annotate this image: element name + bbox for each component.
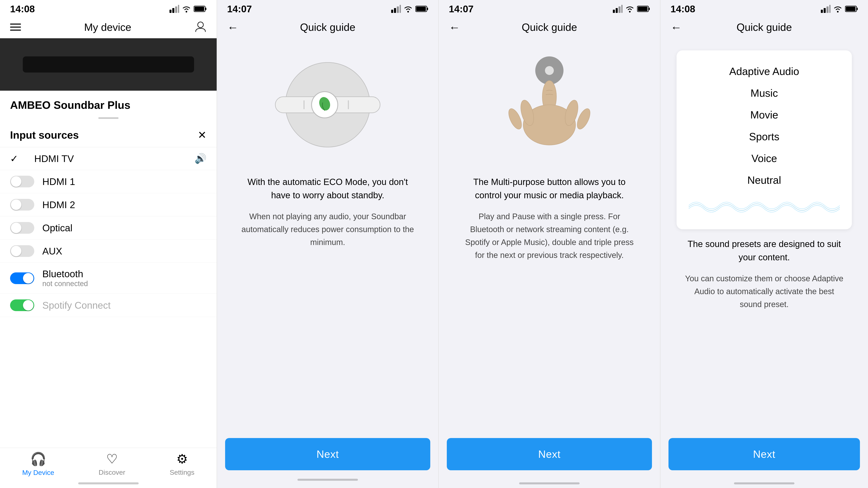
toggle-hdmi2[interactable]	[10, 199, 34, 210]
screen-my-device: 14:08	[0, 0, 217, 488]
wave-decoration	[689, 195, 840, 219]
svg-rect-9	[391, 10, 393, 13]
back-button-2[interactable]: ←	[227, 21, 239, 34]
hand-illustration-svg	[491, 51, 608, 159]
svg-point-33	[545, 66, 554, 75]
wave-svg	[689, 195, 840, 219]
svg-rect-10	[394, 8, 396, 13]
svg-rect-16	[416, 7, 426, 11]
svg-rect-19	[304, 100, 305, 109]
nav-item-discover[interactable]: ♡ Discover	[98, 452, 125, 476]
toggle-switch[interactable]	[10, 199, 34, 210]
status-time-3: 14:07	[449, 3, 474, 14]
next-button-2[interactable]: Next	[225, 438, 430, 470]
nav-item-mydevice[interactable]: 🎧 My Device	[22, 452, 54, 477]
source-item-hdmi-tv[interactable]: ✓ HDMI TV 🔊	[0, 147, 217, 170]
source-label: Bluetooth	[42, 268, 88, 280]
source-item-spotify[interactable]: Spotify Connect	[0, 294, 217, 317]
svg-point-4	[186, 11, 187, 12]
svg-rect-12	[400, 5, 401, 13]
source-label: AUX	[42, 246, 207, 257]
back-button-4[interactable]: ←	[671, 21, 682, 34]
app-header: My device	[0, 16, 217, 38]
headphones-icon: 🎧	[30, 452, 46, 467]
svg-rect-26	[619, 6, 621, 13]
svg-rect-25	[616, 8, 618, 13]
toggle-switch[interactable]	[10, 299, 34, 311]
home-indicator	[78, 482, 138, 484]
preset-item-music[interactable]: Music	[689, 82, 840, 104]
hamburger-menu[interactable]	[10, 24, 21, 31]
back-button-3[interactable]: ←	[449, 21, 460, 34]
source-item-optical[interactable]: Optical	[0, 217, 217, 239]
wifi-icon	[625, 5, 634, 13]
toggle-switch[interactable]	[10, 222, 34, 234]
preset-item-adaptive[interactable]: Adaptive Audio	[689, 60, 840, 82]
guide-content-eco: With the automatic ECO Mode, you don't h…	[217, 38, 438, 438]
toggle-thumb	[23, 273, 33, 284]
check-mark-icon: ✓	[10, 153, 26, 164]
soundbar-visual	[23, 57, 194, 72]
hand-illustration	[489, 51, 610, 163]
toggle-optical[interactable]	[10, 222, 34, 234]
toggle-spotify[interactable]	[10, 299, 34, 311]
guide-main-text-eco: With the automatic ECO Mode, you don't h…	[241, 175, 414, 202]
person-icon	[194, 21, 207, 33]
input-sources-title: Input sources	[10, 129, 79, 141]
profile-icon[interactable]	[194, 21, 207, 34]
svg-rect-3	[178, 5, 179, 13]
preset-item-movie[interactable]: Movie	[689, 104, 840, 126]
source-item-bluetooth[interactable]: Bluetooth not connected	[0, 263, 217, 294]
status-time-4: 14:08	[671, 3, 695, 14]
wifi-icon	[833, 5, 843, 13]
svg-rect-47	[846, 7, 856, 11]
next-button-3[interactable]: Next	[447, 438, 652, 470]
toggle-switch[interactable]	[10, 245, 34, 257]
svg-rect-42	[827, 6, 829, 13]
preset-item-neutral[interactable]: Neutral	[689, 169, 840, 191]
source-item-aux[interactable]: AUX	[0, 239, 217, 263]
status-bar-1: 14:08	[0, 0, 217, 16]
toggle-switch[interactable]	[10, 272, 34, 284]
guide-text-eco: With the automatic ECO Mode, you don't h…	[233, 175, 422, 430]
gear-icon: ⚙	[176, 452, 188, 466]
quick-guide-title-4: Quick guide	[737, 21, 792, 33]
source-item-hdmi2[interactable]: HDMI 2	[0, 193, 217, 217]
eco-illustration	[257, 51, 398, 163]
signal-icon	[169, 5, 179, 13]
source-label-group: Bluetooth not connected	[42, 268, 88, 288]
toggle-bluetooth[interactable]	[10, 272, 34, 284]
device-name: AMBEO Soundbar Plus	[10, 99, 207, 111]
presets-card: Adaptive Audio Music Movie Sports Voice …	[677, 51, 852, 229]
status-time-2: 14:07	[227, 3, 252, 14]
nav-item-settings[interactable]: ⚙ Settings	[170, 452, 194, 476]
guide-sub-text-eco: When not playing any audio, your Soundba…	[241, 210, 414, 249]
preset-item-sports[interactable]: Sports	[689, 126, 840, 148]
heart-icon: ♡	[106, 452, 118, 466]
status-icons-3	[613, 5, 650, 13]
toggle-hdmi1[interactable]	[10, 176, 34, 187]
svg-rect-21	[348, 100, 349, 109]
toggle-aux[interactable]	[10, 245, 34, 257]
home-indicator-4	[734, 482, 795, 484]
source-item-hdmi1[interactable]: HDMI 1	[0, 170, 217, 193]
status-icons-2	[391, 5, 428, 13]
battery-icon	[637, 5, 650, 12]
close-button[interactable]: ✕	[198, 130, 207, 140]
nav-label-settings: Settings	[170, 468, 194, 476]
scroll-dot	[98, 117, 119, 119]
scroll-indicator	[0, 115, 217, 121]
svg-rect-7	[194, 7, 204, 11]
screen-quick-guide-presets: 14:08 ← Quick guide	[660, 0, 868, 488]
toggle-thumb	[11, 199, 21, 210]
app-title: My device	[84, 21, 131, 33]
toggle-thumb	[11, 176, 21, 187]
quick-guide-title-2: Quick guide	[300, 21, 355, 33]
input-sources-panel: Input sources ✕ ✓ HDMI TV 🔊 HDMI 1	[0, 121, 217, 488]
toggle-switch[interactable]	[10, 176, 34, 187]
preset-item-voice[interactable]: Voice	[689, 148, 840, 169]
source-label: Optical	[42, 222, 207, 233]
svg-rect-27	[621, 5, 623, 13]
input-sources-header: Input sources ✕	[0, 121, 217, 147]
next-button-4[interactable]: Next	[669, 438, 860, 470]
